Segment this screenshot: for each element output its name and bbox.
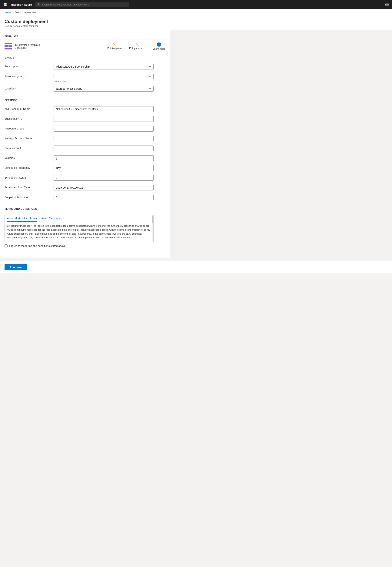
purchase-button[interactable]: Purchase [4, 264, 27, 270]
settings-input-3[interactable] [54, 136, 154, 141]
settings-row-7: Scheduled Interval [4, 175, 165, 182]
learn-more-action[interactable]: i Learn more [153, 43, 165, 50]
settings-label-1: Subscription ID [4, 116, 54, 120]
settings-section: SETTINGS ANF Scheduler NameSubscription … [4, 99, 165, 201]
settings-control-1 [54, 116, 165, 122]
location-required: * [15, 87, 16, 90]
basics-section: BASICS Subscription* Microsoft Azure Spo… [4, 56, 165, 93]
settings-label-0: ANF Scheduler Name [4, 106, 54, 110]
subscription-row: Subscription* Microsoft Azure Sponsorshi… [4, 64, 165, 71]
settings-row-5: Volumes [4, 155, 165, 162]
settings-row-1: Subscription ID [4, 116, 165, 123]
edit-template-label: Edit template [107, 47, 122, 50]
edit-params-label: Edit paramet... [129, 47, 145, 50]
azure-logo: Microsoft Azure [11, 3, 32, 6]
resource-group-required: * [24, 75, 25, 78]
resource-group-control: Create new [54, 74, 165, 83]
settings-label-8: Scheduled Start Time [4, 185, 54, 189]
breadcrumb-home[interactable]: Home [4, 11, 11, 14]
location-label: Location* [4, 86, 54, 90]
settings-label-5: Volumes [4, 155, 54, 160]
search-icon: 🔍 [37, 3, 40, 6]
template-info: Customized template 1 resource [15, 44, 104, 49]
terms-checkbox[interactable] [4, 245, 8, 247]
top-navigation: ☰ Microsoft Azure 🔍 ⌨ [0, 0, 392, 9]
settings-label-2: Resource Group [4, 126, 54, 130]
terms-section: TERMS AND CONDITIONS Azure Marketplace T… [4, 207, 165, 247]
terms-scrollbar[interactable] [152, 215, 153, 242]
breadcrumb-separator: > [12, 11, 14, 14]
settings-row-9: Snapshot Retention [4, 195, 165, 201]
search-box[interactable]: 🔍 [35, 2, 129, 7]
template-card: Customized template 1 resource ✏️ Edit t… [4, 43, 165, 50]
settings-row-3: Net App Account Name [4, 136, 165, 143]
edit-template-action[interactable]: ✏️ Edit template [107, 43, 122, 50]
terms-tabs: Azure Marketplace Terms | Azure Marketpl… [5, 215, 153, 222]
settings-label-9: Snapshot Retention [4, 195, 54, 199]
settings-control-5 [54, 155, 165, 161]
resource-group-label: Resource group* [4, 74, 54, 78]
settings-input-7[interactable] [54, 175, 154, 181]
settings-input-4[interactable] [54, 145, 154, 151]
template-icon [4, 43, 12, 50]
settings-row-4: Capacity Pool [4, 145, 165, 152]
terms-checkbox-row: I agree to the terms and conditions stat… [4, 245, 165, 247]
template-resources: 1 resource [15, 46, 104, 49]
settings-input-9[interactable] [54, 195, 154, 200]
terms-section-title: TERMS AND CONDITIONS [4, 207, 165, 212]
template-name: Customized template [15, 44, 104, 46]
terms-tab-marketplace[interactable]: Azure Marketplace Terms [7, 215, 37, 222]
settings-input-2[interactable] [54, 126, 154, 131]
location-select[interactable]: (Europe) West Europe [54, 86, 154, 91]
edit-params-icon: ✏️ [135, 43, 139, 46]
terms-scrollbar-thumb [152, 216, 153, 223]
resource-group-select[interactable] [54, 74, 154, 79]
terms-body: By clicking "Purchase," I (a) agree to t… [5, 222, 153, 242]
create-new-link[interactable]: Create new [54, 80, 165, 83]
location-row: Location* (Europe) West Europe [4, 86, 165, 93]
template-actions: ✏️ Edit template ✏️ Edit paramet... i Le… [107, 43, 165, 50]
terms-tab-azure[interactable]: Azure Marketplace [41, 215, 63, 222]
bottom-bar: Purchase [0, 261, 392, 273]
settings-control-2 [54, 126, 165, 131]
resource-group-row: Resource group* Create new [4, 74, 165, 83]
settings-label-7: Scheduled Interval [4, 175, 54, 179]
settings-label-4: Capacity Pool [4, 145, 54, 150]
settings-input-5[interactable] [54, 155, 154, 161]
settings-control-4 [54, 145, 165, 151]
settings-control-0 [54, 106, 165, 112]
settings-input-8[interactable] [54, 185, 154, 190]
basics-section-title: BASICS [4, 56, 165, 61]
hamburger-menu-icon[interactable]: ☰ [3, 2, 8, 7]
settings-control-7 [54, 175, 165, 181]
terminal-icon[interactable]: ⌨ [385, 3, 389, 6]
settings-control-6 [54, 165, 165, 171]
learn-more-label: Learn more [153, 47, 165, 50]
settings-row-0: ANF Scheduler Name [4, 106, 165, 113]
edit-params-action[interactable]: ✏️ Edit paramet... [129, 43, 145, 50]
terms-checkbox-label: I agree to the terms and conditions stat… [9, 245, 66, 247]
template-section-title: TEMPLATE [4, 35, 165, 40]
template-section: TEMPLATE Customized template 1 resource … [4, 35, 165, 50]
settings-input-6[interactable] [54, 165, 154, 171]
subscription-label: Subscription* [4, 64, 54, 68]
subscription-select[interactable]: Microsoft Azure Sponsorship [54, 64, 154, 70]
settings-fields: ANF Scheduler NameSubscription IDResourc… [4, 106, 165, 201]
page-header: Custom deployment Deploy from a custom t… [0, 16, 392, 30]
settings-label-6: Scheduled Frequency [4, 165, 54, 169]
subscription-required: * [19, 65, 20, 68]
terms-box: Azure Marketplace Terms | Azure Marketpl… [4, 215, 154, 242]
settings-input-0[interactable] [54, 106, 154, 112]
settings-section-title: SETTINGS [4, 99, 165, 103]
page-subtitle: Deploy from a custom template [4, 25, 388, 30]
settings-label-3: Net App Account Name [4, 136, 54, 140]
settings-control-9 [54, 195, 165, 200]
breadcrumb-current: Custom deployment [14, 11, 36, 14]
settings-control-8 [54, 185, 165, 190]
location-control: (Europe) West Europe [54, 86, 165, 91]
settings-row-2: Resource Group [4, 126, 165, 133]
search-input[interactable] [42, 3, 127, 6]
page-title: Custom deployment [4, 19, 388, 24]
subscription-control: Microsoft Azure Sponsorship [54, 64, 165, 70]
settings-input-1[interactable] [54, 116, 154, 122]
